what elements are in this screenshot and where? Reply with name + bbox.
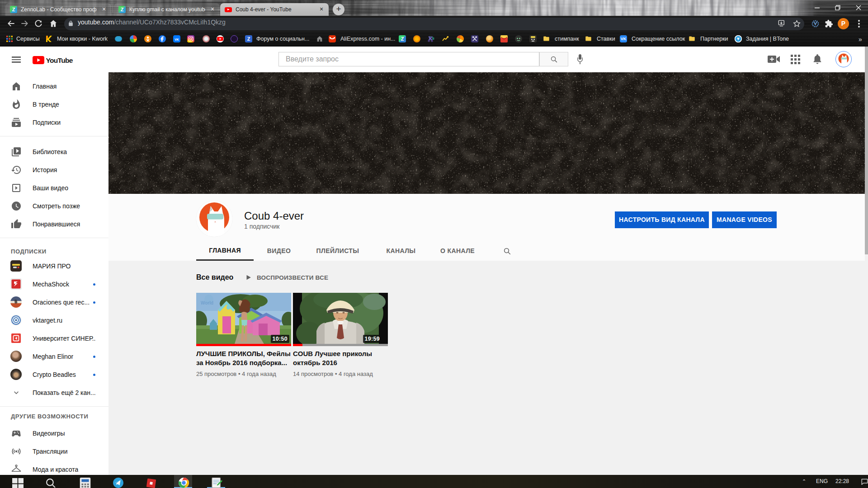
svg-text:YouTube: YouTube: [46, 56, 73, 64]
svg-text:VK: VK: [175, 38, 179, 41]
svg-text:World: World: [201, 300, 213, 305]
